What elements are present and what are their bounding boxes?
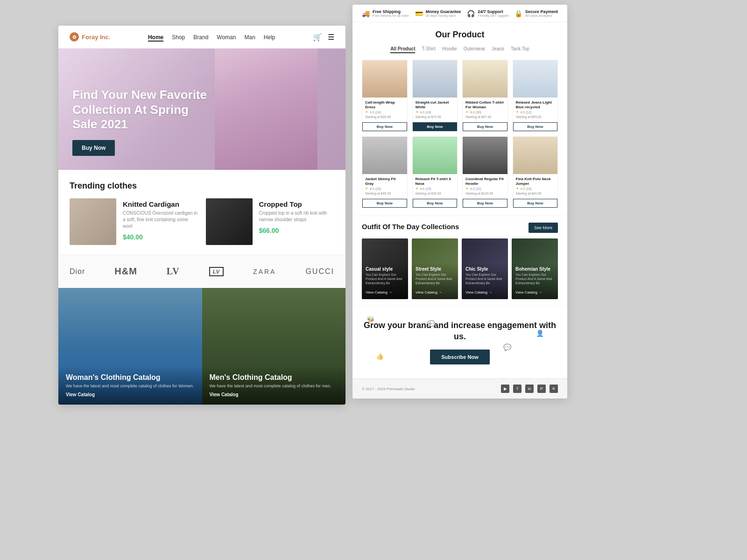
outfit-link-chic[interactable]: View Catalog →	[465, 290, 492, 294]
trust-shipping-text: Free Shipping Free delivery for all orde…	[373, 9, 409, 17]
product-buy-btn-5[interactable]: Buy Now	[413, 199, 458, 208]
trending-item-img-1	[206, 198, 253, 245]
product-meta-4: ★ 4.0 (20)	[365, 187, 404, 190]
nav-man[interactable]: Man	[244, 34, 255, 41]
product-info-0: Calf-length Wrap Dress ★ 4.0 (24) Starti…	[362, 98, 407, 121]
deco-3: 👍	[376, 352, 384, 360]
trending-items: Knitted Cardigan CONSCIOUS Oversized car…	[70, 198, 334, 245]
product-card-1: Straight-cut Jacket White ★ 4.0 (18) Sta…	[412, 60, 458, 132]
trending-item-img-0	[70, 198, 116, 245]
outfit-desc-chic: You Can Explore Our Product And A Same A…	[465, 273, 504, 285]
tab-tanktop[interactable]: Tank Top	[511, 45, 529, 53]
social-linkedin[interactable]: in	[525, 385, 534, 393]
trending-section: Trending clothes Knitted Cardigan CONSCI…	[58, 170, 345, 254]
product-buy-btn-7[interactable]: Buy Now	[513, 199, 558, 208]
outfit-card-bohemian: Bohemian Style You Can Explore Our Produ…	[512, 238, 558, 299]
product-rating-text-6: 4.0 (22)	[470, 187, 481, 190]
outfit-overlay-chic: Chic Style You Can Explore Our Product A…	[462, 263, 508, 299]
nav-brand[interactable]: Brand	[193, 34, 208, 41]
product-rating-text-2: 4.0 (30)	[470, 111, 481, 114]
tab-hoodie[interactable]: Hoodie	[442, 45, 457, 53]
product-price-0: Starting at $39.99	[365, 115, 404, 119]
product-meta-6: ★ 4.0 (22)	[465, 187, 505, 190]
tab-tshirt[interactable]: T-Shirt	[422, 45, 435, 53]
product-buy-btn-3[interactable]: Buy Now	[513, 122, 558, 131]
product-img-4	[362, 137, 407, 174]
product-meta-0: ★ 4.0 (24)	[365, 110, 404, 114]
outfit-grid: Casual style You Can Explore Our Product…	[362, 238, 558, 299]
trending-item-desc-1: Cropped top in a soft rib knit with narr…	[259, 210, 335, 223]
catalog-link-men[interactable]: View Catalog	[210, 392, 338, 397]
product-buy-btn-0[interactable]: Buy Now	[362, 122, 407, 131]
cart-icon[interactable]: 🛒	[313, 33, 322, 42]
outfit-link-bohemian[interactable]: View Catalog →	[515, 290, 542, 294]
product-meta-2: ★ 4.0 (30)	[465, 110, 505, 114]
subscribe-button[interactable]: Subscribe Now	[430, 350, 489, 364]
product-card-2: Ribbed Cotton T-shirt For Woman ★ 4.0 (3…	[462, 60, 508, 132]
products-header: Our Product	[362, 30, 558, 40]
trust-shipping-title: Free Shipping	[373, 9, 409, 14]
product-card-0: Calf-length Wrap Dress ★ 4.0 (24) Starti…	[362, 60, 408, 132]
product-buy-btn-1[interactable]: Buy Now	[413, 122, 458, 131]
product-img-5	[413, 137, 458, 174]
product-meta-1: ★ 4.0 (18)	[416, 110, 455, 114]
deco-5: 💬	[503, 343, 511, 351]
product-buy-btn-6[interactable]: Buy Now	[463, 199, 507, 208]
brand-dior: Dior	[70, 267, 85, 276]
outfit-link-street[interactable]: View Catalog →	[416, 290, 442, 294]
trending-item-0: Knitted Cardigan CONSCIOUS Oversized car…	[70, 198, 198, 245]
social-pinterest[interactable]: P	[537, 385, 546, 393]
nav-home[interactable]: Home	[148, 34, 163, 42]
product-rating-7: ★	[516, 187, 519, 190]
product-info-6: Coordinat Regular Fit Hoodie ★ 4.0 (22) …	[463, 174, 507, 198]
product-img-3	[513, 60, 558, 98]
outfit-name-bohemian: Bohemian Style	[515, 266, 554, 272]
product-buy-btn-2[interactable]: Buy Now	[463, 122, 507, 131]
trending-item-name-0: Knitted Cardigan	[123, 200, 198, 208]
tab-jeans[interactable]: Jeans	[492, 45, 504, 53]
trending-img-inner-0	[70, 198, 116, 245]
logo[interactable]: ✿ Foray Inc.	[70, 32, 110, 42]
catalog-overlay-men: Men's Clothing Catalog We have the lates…	[202, 366, 346, 405]
trust-support-text: 24/7 Support Friendly 24/7 support	[478, 9, 508, 17]
brand-lv: LV	[167, 266, 180, 277]
social-youtube[interactable]: ▶	[501, 385, 509, 393]
nav-help[interactable]: Help	[264, 34, 275, 41]
product-rating-text-3: 4.0 (12)	[521, 111, 532, 114]
menu-icon[interactable]: ☰	[328, 33, 334, 42]
social-twitter[interactable]: ✕	[550, 385, 558, 393]
logo-icon: ✿	[70, 32, 79, 42]
product-name-2: Ribbed Cotton T-shirt For Woman	[465, 100, 505, 109]
tab-outerwear[interactable]: Outerwear	[464, 45, 486, 53]
brand-zara: ZARA	[253, 268, 276, 275]
social-facebook[interactable]: f	[513, 385, 521, 393]
outfit-desc-casual: You Can Explore Our Product And A Same A…	[366, 273, 404, 285]
product-name-6: Coordinat Regular Fit Hoodie	[465, 177, 505, 186]
footer-social: ▶ f in P ✕	[501, 385, 558, 393]
product-price-5: Starting at $30.94	[416, 192, 455, 195]
product-img-0	[362, 60, 407, 98]
support-icon: 🎧	[467, 10, 475, 17]
catalog-link-women[interactable]: View Catalog	[66, 392, 195, 397]
trending-item-info-0: Knitted Cardigan CONSCIOUS Oversized car…	[123, 198, 198, 241]
trust-secure: 🔒 Secure Payment All cards accepted	[514, 9, 558, 17]
see-more-button[interactable]: See More	[529, 223, 558, 233]
brand-gucci: GUCCI	[305, 267, 334, 276]
nav-woman[interactable]: Woman	[217, 34, 236, 41]
left-panel: ✿ Foray Inc. Home Shop Brand Woman Man H…	[58, 26, 345, 405]
secure-icon: 🔒	[514, 10, 522, 17]
outfit-link-casual[interactable]: View Catalog →	[366, 290, 392, 294]
hero-cta-button[interactable]: Buy Now	[72, 140, 115, 156]
product-buy-btn-4[interactable]: Buy Now	[362, 199, 407, 208]
product-info-2: Ribbed Cotton T-shirt For Woman ★ 4.0 (3…	[463, 98, 507, 121]
deco-4: 💬	[427, 320, 435, 328]
outfit-card-chic: Chic Style You Can Explore Our Product A…	[462, 238, 508, 299]
outfit-desc-bohemian: You Can Explore Our Product And A Same A…	[515, 273, 554, 285]
nav-shop[interactable]: Shop	[172, 34, 185, 41]
hero-content: Find Your New Favorite Collection At Spr…	[72, 88, 212, 156]
hero-figure	[215, 49, 317, 170]
tab-all-product[interactable]: All Product	[390, 45, 415, 53]
product-name-0: Calf-length Wrap Dress	[365, 100, 404, 109]
product-rating-4: ★	[365, 187, 368, 190]
product-name-3: Relaxed Jeans Light Blue recycled	[516, 100, 555, 109]
